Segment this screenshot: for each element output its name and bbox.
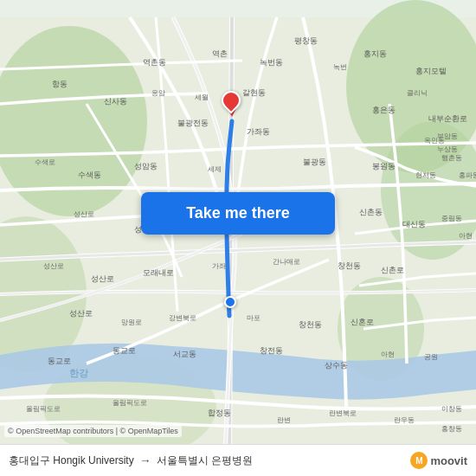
svg-text:세제: 세제 bbox=[208, 165, 222, 173]
svg-text:한강: 한강 bbox=[69, 368, 89, 378]
svg-text:항동: 항동 bbox=[52, 80, 68, 88]
svg-text:갈현동: 갈현동 bbox=[242, 88, 266, 97]
svg-text:란변북로: 란변북로 bbox=[329, 409, 357, 417]
svg-text:가좌동: 가좌동 bbox=[247, 127, 270, 136]
svg-text:란우동: 란우동 bbox=[394, 416, 415, 424]
svg-text:옥인동: 옥인동 bbox=[424, 137, 445, 145]
svg-text:녹번동: 녹번동 bbox=[260, 58, 283, 67]
copyright-text: © OpenStreetMap contributors | © OpenMap… bbox=[4, 425, 182, 437]
svg-text:성암동: 성암동 bbox=[134, 162, 158, 170]
svg-text:행촌동: 행촌동 bbox=[441, 154, 462, 162]
bottom-bar: 홍대입구 Hongik University → 서울특별시 은평병원 M mo… bbox=[0, 444, 476, 476]
svg-text:가좌: 가좌 bbox=[212, 262, 226, 270]
svg-text:평창동: 평창동 bbox=[294, 36, 318, 45]
moovit-logo-text: moovit bbox=[430, 454, 467, 467]
svg-text:녹번: 녹번 bbox=[333, 63, 347, 71]
svg-text:성산로: 성산로 bbox=[91, 274, 114, 283]
svg-marker-74 bbox=[227, 106, 237, 117]
svg-text:수색동: 수색동 bbox=[78, 170, 101, 179]
svg-text:창천동: 창천동 bbox=[338, 261, 361, 270]
svg-text:세월: 세월 bbox=[195, 93, 209, 101]
svg-point-75 bbox=[228, 97, 235, 104]
svg-text:홍지모텔: 홍지모텔 bbox=[415, 67, 447, 75]
svg-text:홍은동: 홍은동 bbox=[372, 106, 396, 114]
destination-pin bbox=[222, 91, 240, 115]
svg-text:신촌동: 신촌동 bbox=[359, 208, 383, 216]
svg-text:역촌동: 역촌동 bbox=[143, 58, 166, 67]
svg-text:강변북로: 강변북로 bbox=[169, 314, 196, 322]
svg-point-73 bbox=[223, 92, 241, 109]
take-me-there-button[interactable]: Take me there bbox=[141, 192, 335, 235]
svg-text:불광동: 불광동 bbox=[303, 158, 326, 166]
svg-text:합정동: 합정동 bbox=[208, 408, 231, 417]
svg-text:내부순환로: 내부순환로 bbox=[428, 114, 467, 123]
svg-text:창천동: 창천동 bbox=[299, 320, 322, 329]
svg-text:클리닉: 클리닉 bbox=[407, 89, 428, 97]
route-info: 홍대입구 Hongik University → 서울특별시 은평병원 bbox=[9, 453, 253, 468]
moovit-logo: M moovit bbox=[410, 452, 467, 469]
svg-text:이창동: 이창동 bbox=[441, 405, 462, 413]
svg-text:올림픽도로: 올림픽도로 bbox=[113, 399, 147, 407]
svg-text:홍파동: 홍파동 bbox=[459, 171, 476, 179]
svg-text:홍창동: 홍창동 bbox=[441, 425, 462, 433]
moovit-logo-icon: M bbox=[410, 452, 428, 469]
origin-dot bbox=[224, 296, 236, 308]
svg-text:봉원동: 봉원동 bbox=[372, 162, 396, 170]
svg-text:대신동: 대신동 bbox=[402, 220, 426, 228]
destination-station: 서울특별시 은평병원 bbox=[157, 453, 253, 468]
svg-text:수색로: 수색로 bbox=[35, 158, 55, 166]
svg-text:창전동: 창전동 bbox=[260, 346, 283, 355]
svg-text:신사동: 신사동 bbox=[104, 97, 127, 106]
svg-text:모래내로: 모래내로 bbox=[143, 268, 174, 277]
svg-text:동교로: 동교로 bbox=[113, 346, 136, 355]
svg-text:상수동: 상수동 bbox=[325, 361, 348, 370]
svg-text:간나매로: 간나매로 bbox=[273, 258, 300, 266]
svg-text:신혼로: 신혼로 bbox=[351, 318, 374, 326]
svg-text:서교동: 서교동 bbox=[173, 350, 196, 358]
svg-text:신촌로: 신촌로 bbox=[381, 266, 404, 274]
svg-text:현저동: 현저동 bbox=[415, 171, 436, 179]
svg-text:아현: 아현 bbox=[381, 351, 395, 358]
svg-text:공원: 공원 bbox=[424, 353, 438, 361]
svg-text:아현: 아현 bbox=[459, 232, 473, 240]
svg-text:망원로: 망원로 bbox=[121, 318, 142, 326]
svg-text:누상동: 누상동 bbox=[437, 145, 458, 153]
map-container: 평창동 홍지동 홍지모텔 클리닉 홍은동 내부순환로 부암동 역촌동 역촌 녹번… bbox=[0, 0, 476, 476]
svg-text:마포: 마포 bbox=[247, 314, 261, 322]
origin-station: 홍대입구 Hongik University bbox=[9, 453, 134, 468]
svg-text:홍지동: 홍지동 bbox=[363, 49, 387, 58]
svg-text:성산로: 성산로 bbox=[43, 262, 64, 270]
svg-text:란변: 란변 bbox=[277, 416, 291, 424]
arrow-icon: → bbox=[139, 453, 151, 467]
svg-text:올림픽도로: 올림픽도로 bbox=[26, 405, 61, 413]
svg-text:불광전동: 불광전동 bbox=[177, 119, 209, 127]
map-background: 평창동 홍지동 홍지모텔 클리닉 홍은동 내부순환로 부암동 역촌동 역촌 녹번… bbox=[0, 0, 476, 476]
svg-text:응암: 응암 bbox=[151, 89, 165, 97]
svg-text:중림동: 중림동 bbox=[441, 215, 462, 222]
svg-text:성산로: 성산로 bbox=[74, 210, 94, 218]
svg-text:동교로: 동교로 bbox=[48, 357, 71, 365]
svg-text:성산로: 성산로 bbox=[69, 309, 93, 318]
svg-text:역촌: 역촌 bbox=[212, 49, 228, 58]
